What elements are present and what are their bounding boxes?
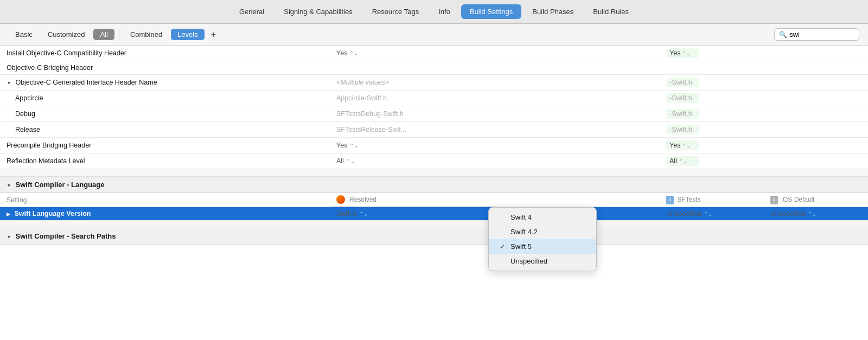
row-name: Appcircle — [0, 91, 330, 106]
row-val2 — [495, 122, 660, 138]
filter-divider — [119, 29, 119, 40]
dropdown-item-unspecified[interactable]: Unspecified — [489, 254, 596, 268]
row-name: Debug — [0, 106, 330, 122]
swift-version-dropdown[interactable]: Swift 4 Swift 4.2 ✓ Swift 5 Unspecified — [488, 207, 597, 271]
filter-add-button[interactable]: + — [207, 28, 220, 41]
tab-build-rules[interactable]: Build Rules — [584, 4, 637, 19]
stepper-icon[interactable]: ⌃⌄ — [346, 158, 355, 164]
row-val4 — [764, 46, 868, 61]
tab-general[interactable]: General — [231, 4, 273, 19]
table-row[interactable]: Install Objective-C Compatibility Header… — [0, 46, 868, 61]
checkmark-icon — [500, 214, 507, 221]
dropdown-item-swift4[interactable]: Swift 4 — [489, 210, 596, 224]
table-row[interactable]: Precompile Bridging Header Yes ⌃⌄ Yes ⌃⌄ — [0, 138, 868, 153]
row-resolved: All ⌃⌄ — [330, 153, 495, 169]
row-val3 — [660, 61, 764, 75]
row-val3: All ⌃⌄ — [660, 153, 764, 169]
filter-levels-button[interactable]: Levels — [171, 29, 205, 40]
search-icon: 🔍 — [779, 31, 787, 39]
row-name: Release — [0, 122, 330, 138]
stepper-icon[interactable]: ⌃⌄ — [682, 143, 691, 149]
checkmark-icon — [500, 258, 507, 265]
row-val2 — [495, 61, 660, 75]
row-val4 — [764, 61, 868, 75]
table-row[interactable]: Reflection Metadata Level All ⌃⌄ All ⌃⌄ — [0, 153, 868, 169]
table-row[interactable]: Debug SFTestsDebug-Swift.h -Swift.h — [0, 106, 868, 122]
filter-customized-button[interactable]: Customized — [41, 29, 92, 40]
row-val3: -Swift.h — [660, 106, 764, 122]
filter-bar: Basic Customized All Combined Levels + 🔍 — [0, 24, 868, 46]
row-val3: -Swift.h — [660, 75, 764, 91]
ios-doc-icon: ≡ — [770, 196, 778, 204]
row-val2 — [495, 75, 660, 91]
row-val3: -Swift.h — [660, 91, 764, 106]
row-val4 — [764, 106, 868, 122]
column-header-row: Setting Resolved ≡ SFTests ≡ iOS Default — [0, 193, 868, 207]
table-row[interactable]: Release SFTestsRelease-Swif... -Swift.h — [0, 122, 868, 138]
row-col3: Unspecified ⌃⌄ — [660, 207, 764, 221]
section-expand-icon[interactable]: ▼ — [7, 234, 11, 240]
row-name: ▶ Swift Language Version — [0, 207, 330, 221]
row-name: Reflection Metadata Level — [0, 153, 330, 169]
row-resolved: Yes ⌃⌄ — [330, 138, 495, 153]
row-resolved: Yes ⌃⌄ — [330, 46, 495, 61]
table-row[interactable]: ▼ Objective-C Generated Interface Header… — [0, 75, 868, 91]
table-row[interactable]: Objective-C Bridging Header — [0, 61, 868, 75]
tab-build-phases[interactable]: Build Phases — [524, 4, 582, 19]
section-expand-icon[interactable]: ▼ — [7, 183, 11, 188]
row-resolved: <Multiple values> — [330, 75, 495, 91]
row-val4 — [764, 138, 868, 153]
section-header-swift-compiler: ▼ Swift Compiler - Language — [0, 177, 868, 193]
row-name: ▼ Objective-C Generated Interface Header… — [0, 75, 330, 91]
col-header-appcircle — [495, 193, 660, 207]
filter-basic-button[interactable]: Basic — [9, 29, 39, 40]
stepper-icon[interactable]: ⌃⌄ — [359, 211, 368, 217]
section-title-search: ▼ Swift Compiler - Search Paths — [0, 228, 868, 245]
row-val2 — [495, 106, 660, 122]
section-gap-row — [0, 169, 868, 177]
filter-all-button[interactable]: All — [93, 29, 114, 40]
row-resolved — [330, 61, 495, 75]
stepper-icon[interactable]: ⌃⌄ — [349, 143, 358, 149]
appcircle-icon — [336, 195, 345, 204]
search-input[interactable] — [789, 30, 854, 39]
stepper-icon[interactable]: ⌃⌄ — [704, 211, 712, 217]
checkmark-icon — [500, 228, 507, 236]
swift-language-version-row[interactable]: ▶ Swift Language Version Swift 5 ⌃⌄ Unsp… — [0, 207, 868, 221]
stepper-icon[interactable]: ⌃⌄ — [808, 211, 816, 217]
row-val3: Yes ⌃⌄ — [660, 46, 764, 61]
row-name: Objective-C Bridging Header — [0, 61, 330, 75]
dropdown-item-swift42[interactable]: Swift 4.2 — [489, 224, 596, 239]
col-header-resolved: Resolved — [330, 193, 495, 207]
row-val4 — [764, 153, 868, 169]
dropdown-item-swift5[interactable]: ✓ Swift 5 — [489, 239, 596, 254]
tab-signing[interactable]: Signing & Capabilities — [275, 4, 361, 19]
row-resolved: SFTestsDebug-Swift.h — [330, 106, 495, 122]
tab-build-settings[interactable]: Build Settings — [461, 4, 522, 19]
table-row[interactable]: Appcircle Appcircle-Swift.h -Swift.h — [0, 91, 868, 106]
row-val3: Yes ⌃⌄ — [660, 138, 764, 153]
row-val3: -Swift.h — [660, 122, 764, 138]
row-resolved: Appcircle-Swift.h — [330, 91, 495, 106]
sftests-doc-icon: ≡ — [666, 196, 674, 204]
col-header-sftests: ≡ SFTests — [660, 193, 764, 207]
col-header-ios: ≡ iOS Default — [764, 193, 868, 207]
stepper-icon[interactable]: ⌃⌄ — [679, 158, 687, 164]
tab-info[interactable]: Info — [430, 4, 459, 19]
row-val2 — [495, 46, 660, 61]
expand-icon[interactable]: ▶ — [7, 211, 10, 217]
row-name: Precompile Bridging Header — [0, 138, 330, 153]
main-content: Install Objective-C Compatibility Header… — [0, 46, 868, 340]
tab-resource-tags[interactable]: Resource Tags — [363, 4, 427, 19]
search-box: 🔍 — [774, 28, 859, 41]
stepper-icon[interactable]: ⌃⌄ — [349, 50, 358, 56]
expand-icon[interactable]: ▼ — [7, 80, 11, 86]
row-val4 — [764, 122, 868, 138]
section-gap-row2 — [0, 221, 868, 228]
filter-combined-button[interactable]: Combined — [124, 29, 169, 40]
tab-bar: General Signing & Capabilities Resource … — [0, 0, 868, 24]
stepper-icon[interactable]: ⌃⌄ — [682, 50, 691, 56]
row-val4 — [764, 75, 868, 91]
settings-table: Install Objective-C Compatibility Header… — [0, 46, 868, 245]
row-val2 — [495, 91, 660, 106]
